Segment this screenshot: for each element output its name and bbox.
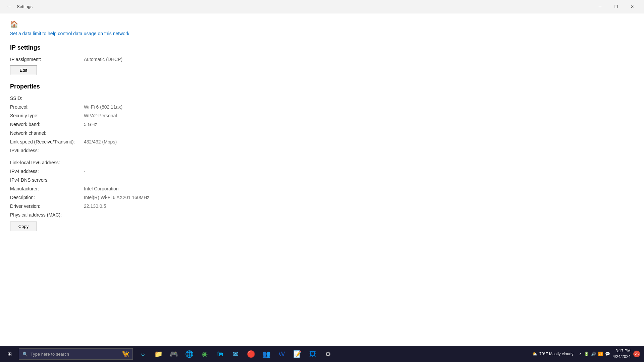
property-row: Network band: 5 GHz: [10, 122, 634, 127]
close-button[interactable]: ✕: [625, 0, 640, 13]
ip-assignment-row: IP assignment: Automatic (DHCP): [10, 57, 634, 62]
data-limit-link[interactable]: Set a data limit to help control data us…: [10, 31, 634, 36]
start-button[interactable]: ⊞: [1, 346, 17, 362]
property-label: IPv4 DNS servers:: [10, 177, 84, 183]
titlebar-title: Settings: [17, 4, 33, 9]
property-label: Manufacturer:: [10, 186, 84, 191]
ip-assignment-value: Automatic (DHCP): [84, 57, 122, 62]
property-label: Physical address (MAC):: [10, 212, 84, 218]
property-value: Wi-Fi 6 (802.11ax): [84, 104, 122, 110]
taskbar-app-cortana[interactable]: ○: [136, 347, 150, 361]
network-icon: 📶: [598, 352, 603, 356]
property-row: Link speed (Receive/Transmit): 432/432 (…: [10, 139, 634, 144]
weather-widget: ⛅ 70°F Mostly cloudy: [532, 352, 574, 356]
expand-tray-icon[interactable]: ∧: [579, 352, 582, 356]
property-row: Network channel:: [10, 130, 634, 136]
taskbar-app-settings[interactable]: ⚙: [321, 347, 335, 361]
weather-icon: ⛅: [532, 352, 537, 356]
property-row: IPv4 address: ·: [10, 169, 634, 174]
cortana-mascot: 🦮: [122, 350, 129, 358]
search-bar[interactable]: 🔍 Type here to search 🦮: [19, 348, 133, 360]
property-row: IPv4 DNS servers:: [10, 177, 634, 183]
notification-badge[interactable]: 26: [633, 351, 640, 357]
property-label: Link speed (Receive/Transmit):: [10, 139, 84, 144]
property-label: Network band:: [10, 122, 84, 127]
window-controls: ─ ❐ ✕: [592, 0, 640, 13]
taskbar-app-mail[interactable]: ✉: [228, 347, 243, 361]
property-label: Security type:: [10, 113, 84, 118]
tray-icons: ∧ 🔋 🔊 📶 💬: [579, 352, 610, 356]
ip-assignment-label: IP assignment:: [10, 57, 84, 62]
taskbar-app-xbox[interactable]: 🎮: [166, 347, 181, 361]
taskbar-app-ferdi[interactable]: 🔴: [244, 347, 258, 361]
taskbar-app-edge[interactable]: 🌐: [182, 347, 197, 361]
home-icon[interactable]: 🏠: [10, 20, 634, 28]
taskbar-app-chrome[interactable]: ◉: [197, 347, 212, 361]
taskbar-app-teams[interactable]: 👥: [259, 347, 274, 361]
property-label: IPv6 address:: [10, 148, 84, 153]
titlebar: ← Settings ─ ❐ ✕: [0, 0, 644, 13]
property-row: Link-local IPv6 address:: [10, 160, 634, 165]
back-icon: ←: [6, 4, 12, 10]
property-value: ·: [84, 169, 85, 174]
property-label: Link-local IPv6 address:: [10, 160, 84, 165]
ip-settings-section: IP settings IP assignment: Automatic (DH…: [10, 44, 634, 75]
clock-time: 3:17 PM: [613, 348, 631, 354]
property-value: 5 GHz: [84, 122, 97, 127]
property-row: Description: Intel(R) Wi-Fi 6 AX201 160M…: [10, 195, 634, 200]
weather-text: 70°F Mostly cloudy: [539, 352, 574, 356]
system-tray: ⛅ 70°F Mostly cloudy ∧ 🔋 🔊 📶 💬 3:17 PM 4…: [532, 348, 643, 360]
volume-icon: 🔊: [591, 352, 596, 356]
tray-clock[interactable]: 3:17 PM 4/24/2024: [613, 348, 631, 360]
battery-icon: 🔋: [584, 352, 589, 356]
property-value: Intel Corporation: [84, 186, 119, 191]
property-row: Driver version: 22.130.0.5: [10, 203, 634, 209]
taskbar: ⊞ 🔍 Type here to search 🦮 ○📁🎮🌐◉🛍✉🔴👥W📝🖼⚙ …: [0, 346, 644, 362]
property-row: SSID:: [10, 96, 634, 101]
main-content: 🏠 Set a data limit to help control data …: [0, 13, 644, 346]
property-row: Manufacturer: Intel Corporation: [10, 186, 634, 191]
taskbar-app-ms-store[interactable]: 🛍: [213, 347, 227, 361]
taskbar-apps: ○📁🎮🌐◉🛍✉🔴👥W📝🖼⚙: [136, 347, 335, 361]
taskbar-app-photos[interactable]: 🖼: [305, 347, 320, 361]
search-icon: 🔍: [22, 352, 28, 357]
minimize-button[interactable]: ─: [592, 0, 608, 13]
taskbar-app-word[interactable]: W: [274, 347, 289, 361]
taskbar-app-file-explorer[interactable]: 📁: [151, 347, 166, 361]
notifications-icon: 💬: [605, 352, 610, 356]
clock-date: 4/24/2024: [613, 354, 631, 360]
properties-section: Properties SSID: Protocol: Wi-Fi 6 (802.…: [10, 83, 634, 231]
search-placeholder: Type here to search: [31, 352, 69, 357]
property-value: 22.130.0.5: [84, 203, 106, 209]
property-value: Intel(R) Wi-Fi 6 AX201 160MHz: [84, 195, 149, 200]
property-label: Description:: [10, 195, 84, 200]
property-label: IPv4 address:: [10, 169, 84, 174]
ip-settings-title: IP settings: [10, 44, 634, 51]
property-row: Security type: WPA2-Personal: [10, 113, 634, 118]
property-label: SSID:: [10, 96, 84, 101]
edit-button[interactable]: Edit: [10, 65, 37, 75]
back-button[interactable]: ←: [4, 2, 14, 12]
property-row: Physical address (MAC):: [10, 212, 634, 218]
properties-title: Properties: [10, 83, 634, 90]
maximize-button[interactable]: ❐: [608, 0, 624, 13]
taskbar-app-notepad[interactable]: 📝: [290, 347, 305, 361]
copy-button[interactable]: Copy: [10, 222, 37, 231]
property-value: 432/432 (Mbps): [84, 139, 117, 144]
property-label: Protocol:: [10, 104, 84, 110]
property-label: Driver version:: [10, 203, 84, 209]
property-row: Protocol: Wi-Fi 6 (802.11ax): [10, 104, 634, 110]
property-rows: SSID: Protocol: Wi-Fi 6 (802.11ax) Secur…: [10, 96, 634, 218]
start-icon: ⊞: [7, 351, 12, 357]
property-value: WPA2-Personal: [84, 113, 117, 118]
property-label: Network channel:: [10, 130, 84, 136]
property-row: IPv6 address:: [10, 148, 634, 153]
